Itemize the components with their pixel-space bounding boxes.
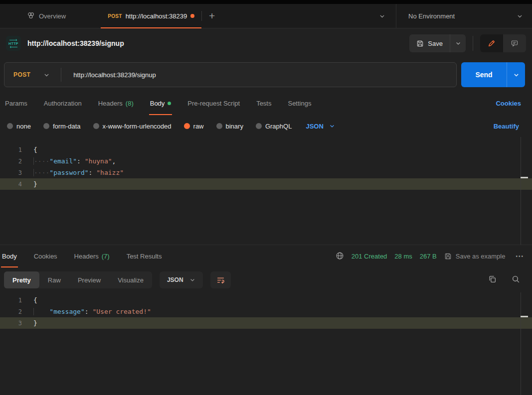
- tab-settings[interactable]: Settings: [287, 91, 312, 115]
- chevron-down-icon: [329, 123, 335, 129]
- send-options-button[interactable]: [507, 62, 525, 87]
- response-more-menu[interactable]: •••: [513, 254, 527, 259]
- view-visualize-button[interactable]: Visualize: [109, 271, 152, 288]
- window-top-strip: [0, 0, 532, 4]
- save-button-label: Save: [428, 40, 443, 47]
- request-body-editor[interactable]: 1 { 2 ····"email": "huyna", 3 ····"passw…: [0, 137, 532, 245]
- overview-tab-label: Overview: [39, 12, 66, 20]
- body-mode-form-data[interactable]: form-data: [43, 123, 81, 130]
- editor-scrollbar[interactable]: [521, 292, 528, 395]
- tab-tests-label: Tests: [256, 100, 271, 107]
- radio-icon: [256, 123, 262, 129]
- workspace-tabbar: Overview POST http://localhost:38239 + N…: [0, 4, 532, 28]
- tab-pre-request-script[interactable]: Pre-request Script: [186, 91, 241, 115]
- send-button[interactable]: Send: [461, 62, 507, 87]
- body-mode-none[interactable]: none: [7, 123, 31, 130]
- save-icon: [416, 40, 424, 47]
- response-size[interactable]: 267 B: [420, 253, 437, 260]
- unsaved-changes-dot: [190, 14, 194, 18]
- indent-whitespace: [33, 308, 49, 315]
- response-tab-body[interactable]: Body: [1, 245, 18, 267]
- body-mode-binary[interactable]: binary: [216, 123, 243, 130]
- editor-line: 1 {: [0, 294, 532, 306]
- save-as-example-button[interactable]: Save as example: [444, 253, 506, 260]
- response-language-selector[interactable]: JSON: [160, 271, 203, 288]
- json-key: "password": [49, 169, 88, 176]
- view-pretty-button[interactable]: Pretty: [4, 271, 39, 288]
- tab-body[interactable]: Body: [149, 91, 173, 115]
- line-number: 2: [0, 158, 22, 165]
- raw-language-selector[interactable]: JSON: [306, 123, 335, 130]
- tab-overview[interactable]: Overview: [27, 4, 66, 28]
- send-button-group: Send: [461, 62, 525, 87]
- json-value: "User created!": [92, 308, 151, 315]
- method-selector[interactable]: POST: [4, 71, 61, 78]
- line-number: 2: [0, 308, 22, 315]
- save-options-button[interactable]: [450, 34, 466, 52]
- wrap-text-button[interactable]: [210, 271, 231, 288]
- search-response-button[interactable]: [512, 275, 520, 285]
- view-raw-button[interactable]: Raw: [39, 271, 69, 288]
- url-input[interactable]: http://localhost:38239/signup: [61, 71, 456, 79]
- active-request-tab-underline: [149, 114, 173, 115]
- body-mode-urlencoded[interactable]: x-www-form-urlencoded: [93, 123, 172, 130]
- line-number: 3: [0, 169, 22, 176]
- editor-line: 2 "message": "User created!": [0, 306, 532, 317]
- scrollbar-cursor-marker: [521, 177, 528, 178]
- response-tab-cookies[interactable]: Cookies: [33, 245, 58, 267]
- beautify-link[interactable]: Beautify: [494, 123, 519, 130]
- new-tab-button[interactable]: +: [202, 4, 222, 28]
- response-status[interactable]: 201 Created: [352, 253, 387, 260]
- method-label: POST: [13, 71, 30, 78]
- cookies-link[interactable]: Cookies: [496, 100, 521, 107]
- response-time[interactable]: 28 ms: [394, 253, 412, 260]
- response-tab-test-results[interactable]: Test Results: [126, 245, 163, 267]
- comments-button[interactable]: [503, 34, 526, 52]
- edit-request-button[interactable]: [480, 34, 503, 52]
- response-language-label: JSON: [167, 276, 183, 283]
- tab-request-method: POST: [108, 13, 122, 19]
- http-method-badge: HTTP: [6, 36, 21, 51]
- save-as-example-label: Save as example: [456, 253, 506, 260]
- tab-tests[interactable]: Tests: [255, 91, 272, 115]
- chevron-down-icon: [379, 13, 385, 19]
- editor-scrollbar[interactable]: [521, 137, 528, 245]
- body-mode-graphql[interactable]: GraphQL: [256, 123, 292, 130]
- tab-headers[interactable]: Headers (8): [97, 91, 135, 115]
- body-mode-raw[interactable]: raw: [184, 123, 204, 130]
- view-preview-button[interactable]: Preview: [69, 271, 109, 288]
- tab-request-title: http://localhost:38239: [126, 12, 187, 20]
- code-token: :: [89, 169, 97, 176]
- tab-authorization[interactable]: Authorization: [43, 91, 83, 115]
- tab-list-chevron-button[interactable]: [368, 4, 396, 28]
- json-value: "haizz": [96, 169, 124, 176]
- network-globe-icon[interactable]: [336, 252, 344, 262]
- body-mode-urlencoded-label: x-www-form-urlencoded: [103, 123, 172, 130]
- body-mode-row: none form-data x-www-form-urlencoded raw…: [0, 115, 532, 137]
- json-key: "email": [49, 157, 77, 165]
- editor-line[interactable]: 3 ····"password": "haizz": [0, 167, 532, 178]
- overview-icon: [27, 11, 35, 21]
- url-row: POST http://localhost:38239/signup Send: [0, 58, 532, 91]
- editor-line[interactable]: 2 ····"email": "huyna",: [0, 155, 532, 167]
- code-token: ,: [112, 157, 116, 165]
- tab-params[interactable]: Params: [4, 91, 28, 115]
- body-mode-binary-label: binary: [226, 123, 243, 130]
- tab-request-active[interactable]: POST http://localhost:38239: [101, 4, 201, 28]
- radio-icon: [93, 123, 99, 129]
- environment-selector[interactable]: No Environment: [396, 4, 532, 28]
- response-tab-headers[interactable]: Headers (7): [73, 245, 111, 267]
- save-button-group: Save: [409, 34, 466, 52]
- copy-response-button[interactable]: [488, 275, 497, 285]
- arrow-left-icon: [9, 46, 18, 48]
- arrow-right-icon: [9, 39, 18, 41]
- save-button[interactable]: Save: [409, 34, 450, 52]
- indent-whitespace: ····: [33, 157, 49, 165]
- tab-settings-label: Settings: [288, 100, 311, 107]
- request-title: http://localhost:38239/signup: [27, 39, 124, 47]
- tab-authorization-label: Authorization: [44, 100, 82, 107]
- editor-line[interactable]: 1 {: [0, 144, 532, 155]
- response-tab-test-results-label: Test Results: [127, 253, 162, 260]
- editor-line-current[interactable]: 4 }: [0, 178, 532, 190]
- tab-params-label: Params: [5, 100, 27, 107]
